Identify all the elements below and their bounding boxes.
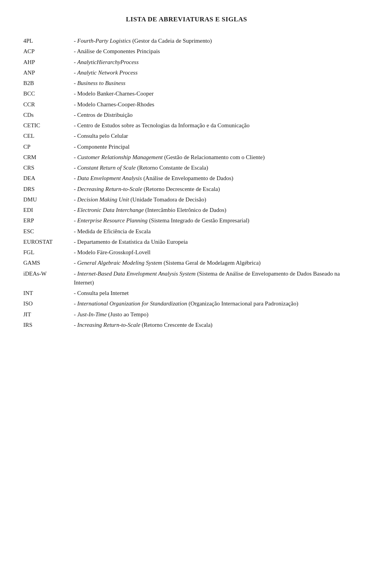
definition-cell: - Centro de Estudos sobre as Tecnologias… xyxy=(74,120,350,131)
table-row: DRS- Decreasing Return-to-Scale (Retorno… xyxy=(23,184,350,194)
table-row: GAMS- General Algebraic Modeling System … xyxy=(23,258,350,268)
table-row: 4PL- Fourth-Party Logistics (Gestor da C… xyxy=(23,36,350,46)
table-row: iDEAs-W- Internet-Based Data Envelopment… xyxy=(23,269,350,288)
definition-cell: - Modelo Banker-Charnes-Cooper xyxy=(74,88,350,99)
definition-cell: - Medida de Eficiência de Escala xyxy=(74,226,350,237)
definition-cell: - Constant Return of Scale (Retorno Cons… xyxy=(74,163,350,173)
table-row: DMU- Decision Making Unit (Unidade Tomad… xyxy=(23,194,350,205)
table-row: CEL- Consulta pelo Celular xyxy=(23,131,350,141)
abbreviation-cell: 4PL xyxy=(23,36,74,46)
table-row: EDI- Electronic Data Interchange (Interc… xyxy=(23,205,350,215)
definition-cell: - Modelo Charnes-Cooper-Rhodes xyxy=(74,99,350,110)
abbreviation-cell: ERP xyxy=(23,215,74,226)
abbreviation-cell: CCR xyxy=(23,99,74,110)
table-row: AHP- AnalyticHierarchyProcess xyxy=(23,57,350,68)
definition-cell: - Analytic Network Process xyxy=(74,68,350,78)
abbreviation-cell: DRS xyxy=(23,184,74,194)
abbreviation-cell: GAMS xyxy=(23,258,74,268)
page-title: LISTA DE ABREVIATURAS E SIGLAS xyxy=(23,16,350,23)
table-row: DEA- Data Envelopment Analysis (Análise … xyxy=(23,173,350,184)
abbreviation-cell: DEA xyxy=(23,173,74,184)
definition-cell: - Decision Making Unit (Unidade Tomadora… xyxy=(74,194,350,205)
definition-cell: - Componente Principal xyxy=(74,142,350,152)
table-row: CCR- Modelo Charnes-Cooper-Rhodes xyxy=(23,99,350,110)
definition-cell: - Consulta pelo Celular xyxy=(74,131,350,141)
definition-cell: - Increasing Return-to-Scale (Retorno Cr… xyxy=(74,320,350,330)
definition-cell: - Fourth-Party Logistics (Gestor da Cade… xyxy=(74,36,350,46)
definition-cell: - Enterprise Resource Planning (Sistema … xyxy=(74,215,350,226)
abbreviation-cell: BCC xyxy=(23,88,74,99)
definition-cell: - Consulta pela Internet xyxy=(74,288,350,298)
abbreviation-cell: ISO xyxy=(23,298,74,309)
table-row: B2B- Business to Business xyxy=(23,78,350,88)
definition-cell: - Decreasing Return-to-Scale (Retorno De… xyxy=(74,184,350,194)
table-row: IRS- Increasing Return-to-Scale (Retorno… xyxy=(23,320,350,330)
abbreviation-cell: EDI xyxy=(23,205,74,215)
definition-cell: - Business to Business xyxy=(74,78,350,88)
definition-cell: - General Algebraic Modeling System (Sis… xyxy=(74,258,350,268)
definition-cell: - Just-In-Time (Justo ao Tempo) xyxy=(74,309,350,320)
definition-cell: - Análise de Componentes Principais xyxy=(74,46,350,57)
definition-cell: - Departamento de Estatística da União E… xyxy=(74,237,350,247)
definition-cell: - Modelo Färe-Grosskopf-Lovell xyxy=(74,247,350,258)
definition-cell: - Centros de Distribuição xyxy=(74,110,350,120)
abbreviation-cell: CRS xyxy=(23,163,74,173)
abbreviation-cell: JIT xyxy=(23,309,74,320)
abbreviation-cell: iDEAs-W xyxy=(23,269,74,288)
abbreviation-cell: CETIC xyxy=(23,120,74,131)
table-row: CETIC- Centro de Estudos sobre as Tecnol… xyxy=(23,120,350,131)
table-row: JIT- Just-In-Time (Justo ao Tempo) xyxy=(23,309,350,320)
table-row: ACP- Análise de Componentes Principais xyxy=(23,46,350,57)
abbreviation-cell: ESC xyxy=(23,226,74,237)
definition-cell: - Customer Relationship Management (Gest… xyxy=(74,152,350,163)
abbreviation-cell: FGL xyxy=(23,247,74,258)
abbreviation-cell: INT xyxy=(23,288,74,298)
abbreviation-cell: IRS xyxy=(23,320,74,330)
abbreviation-cell: ACP xyxy=(23,46,74,57)
table-row: ERP- Enterprise Resource Planning (Siste… xyxy=(23,215,350,226)
abbreviation-cell: AHP xyxy=(23,57,74,68)
table-row: CRM- Customer Relationship Management (G… xyxy=(23,152,350,163)
table-row: FGL- Modelo Färe-Grosskopf-Lovell xyxy=(23,247,350,258)
table-row: CDs- Centros de Distribuição xyxy=(23,110,350,120)
definition-cell: - International Organization for Standar… xyxy=(74,298,350,309)
table-row: CP- Componente Principal xyxy=(23,142,350,152)
abbreviation-cell: B2B xyxy=(23,78,74,88)
abbreviation-cell: CEL xyxy=(23,131,74,141)
abbreviation-cell: CP xyxy=(23,142,74,152)
definition-cell: - Internet-Based Data Envelopment Analys… xyxy=(74,269,350,288)
abbreviation-cell: CRM xyxy=(23,152,74,163)
table-row: ISO- International Organization for Stan… xyxy=(23,298,350,309)
definition-cell: - Data Envelopment Analysis (Análise de … xyxy=(74,173,350,184)
definition-cell: - AnalyticHierarchyProcess xyxy=(74,57,350,68)
table-row: EUROSTAT- Departamento de Estatística da… xyxy=(23,237,350,247)
abbreviation-cell: CDs xyxy=(23,110,74,120)
table-row: CRS- Constant Return of Scale (Retorno C… xyxy=(23,163,350,173)
abbreviation-cell: DMU xyxy=(23,194,74,205)
abbreviation-cell: EUROSTAT xyxy=(23,237,74,247)
abbreviations-table: 4PL- Fourth-Party Logistics (Gestor da C… xyxy=(23,36,350,330)
table-row: ANP- Analytic Network Process xyxy=(23,68,350,78)
table-row: BCC- Modelo Banker-Charnes-Cooper xyxy=(23,88,350,99)
abbreviation-cell: ANP xyxy=(23,68,74,78)
table-row: INT- Consulta pela Internet xyxy=(23,288,350,298)
definition-cell: - Electronic Data Interchange (Intercâmb… xyxy=(74,205,350,215)
table-row: ESC- Medida de Eficiência de Escala xyxy=(23,226,350,237)
